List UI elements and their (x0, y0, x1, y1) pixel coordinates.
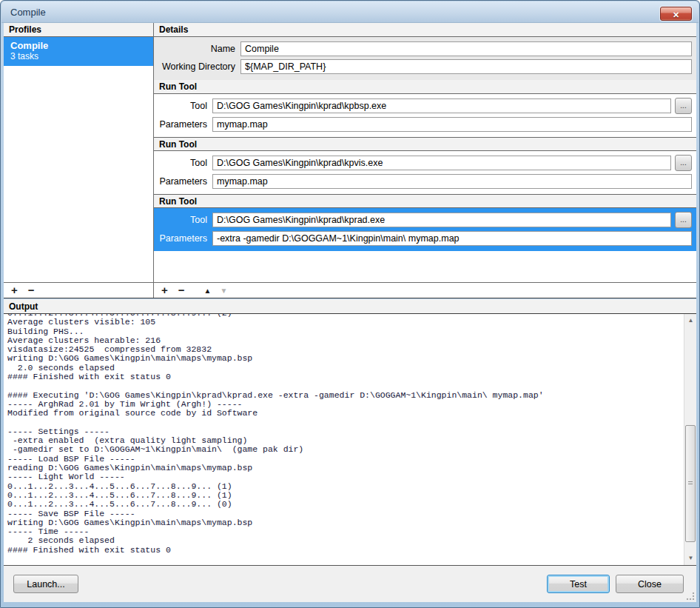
remove-profile-button[interactable]: − (28, 283, 35, 298)
launch-button[interactable]: Launch... (13, 575, 78, 593)
parameters-label: Parameters (158, 176, 207, 187)
name-input[interactable] (240, 41, 692, 56)
tool-row: Tool ... (158, 155, 692, 171)
profile-name: Compile (10, 40, 147, 51)
output-scrollbar[interactable]: ▲ ▼ (684, 314, 696, 565)
working-directory-row: Working Directory (158, 59, 692, 74)
window-title: Compile (10, 1, 46, 23)
parameters-label: Parameters (158, 119, 207, 130)
profile-item-compile[interactable]: Compile 3 tasks (4, 37, 153, 66)
close-button[interactable]: ✕ (660, 7, 692, 21)
tool-label: Tool (158, 158, 207, 168)
run-tool-header: Run Tool (154, 137, 696, 151)
profiles-pane: Profiles Compile 3 tasks + − (4, 23, 154, 298)
run-tool-body[interactable]: Tool ... Parameters (154, 151, 696, 194)
parameters-label: Parameters (158, 233, 207, 244)
parameters-input[interactable] (212, 117, 692, 132)
run-tool-task: Run Tool Tool ... Parameters (154, 137, 696, 194)
name-row: Name (158, 41, 692, 56)
working-directory-label: Working Directory (158, 61, 235, 72)
browse-button[interactable]: ... (675, 98, 692, 114)
console-text: 0...1...2...3...4...5...6...7...8...9...… (4, 314, 696, 555)
tool-row: Tool ... (158, 212, 692, 228)
parameters-row: Parameters (158, 117, 692, 132)
remove-task-button[interactable]: − (178, 283, 185, 298)
task-list: Run Tool Tool ... Parameters Run Tool To… (154, 80, 696, 282)
tool-path-input[interactable] (212, 213, 671, 227)
compile-dialog-window: Compile ✕ Profiles Compile 3 tasks + − D… (0, 0, 700, 608)
test-button[interactable]: Test (547, 575, 610, 593)
add-task-button[interactable]: + (161, 283, 168, 298)
move-task-up-button[interactable]: ▲ (204, 287, 212, 295)
main-panes: Profiles Compile 3 tasks + − Details Nam… (4, 23, 696, 298)
details-form: Name Working Directory (154, 37, 696, 80)
scrollbar-thumb[interactable] (685, 425, 696, 542)
run-tool-body[interactable]: Tool ... Parameters (154, 208, 696, 251)
move-task-down-button: ▼ (220, 287, 227, 295)
profiles-list[interactable]: Compile 3 tasks (4, 37, 153, 282)
tool-path-input[interactable] (212, 98, 671, 113)
run-tool-header: Run Tool (154, 194, 696, 208)
close-dialog-button[interactable]: Close (616, 575, 684, 593)
run-tool-body[interactable]: Tool ... Parameters (154, 94, 696, 137)
tasks-toolbar: + − ▲ ▼ (154, 282, 696, 298)
details-header: Details (154, 23, 696, 37)
tool-label: Tool (158, 101, 207, 111)
tool-label: Tool (158, 215, 207, 225)
parameters-row: Parameters (158, 231, 692, 246)
tool-path-input[interactable] (212, 156, 671, 170)
profiles-header: Profiles (4, 23, 153, 37)
resize-grip-icon[interactable] (686, 592, 695, 601)
working-directory-input[interactable] (240, 59, 692, 74)
output-section: Output 0...1...2...3...4...5...6...7...8… (4, 299, 696, 566)
parameters-input[interactable] (212, 231, 692, 246)
run-tool-task: Run Tool Tool ... Parameters (154, 194, 696, 251)
output-header: Output (4, 299, 696, 314)
scroll-up-icon[interactable]: ▲ (684, 315, 696, 327)
name-label: Name (158, 44, 235, 54)
parameters-row: Parameters (158, 174, 692, 189)
run-tool-task: Run Tool Tool ... Parameters (154, 80, 696, 137)
output-console[interactable]: 0...1...2...3...4...5...6...7...8...9...… (4, 314, 696, 566)
tool-row: Tool ... (158, 98, 692, 114)
titlebar[interactable]: Compile ✕ (1, 1, 699, 23)
scroll-down-icon[interactable]: ▼ (684, 552, 696, 564)
dialog-footer: Launch... Test Close (4, 566, 696, 602)
run-tool-header: Run Tool (154, 80, 696, 94)
close-icon: ✕ (673, 10, 679, 19)
details-pane: Details Name Working Directory Run Tool … (154, 23, 696, 298)
profiles-toolbar: + − (4, 282, 153, 298)
browse-button[interactable]: ... (675, 212, 692, 228)
profile-task-count: 3 tasks (10, 51, 147, 61)
browse-button[interactable]: ... (675, 155, 692, 171)
parameters-input[interactable] (212, 174, 692, 189)
add-profile-button[interactable]: + (11, 283, 18, 298)
